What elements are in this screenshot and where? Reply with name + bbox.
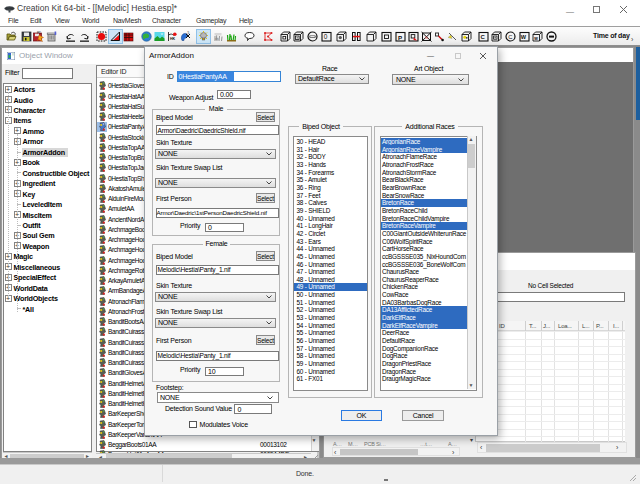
svg-text:C: C bbox=[481, 34, 486, 40]
svg-text:dn: dn bbox=[215, 37, 219, 41]
svg-text:0: 0 bbox=[324, 33, 328, 40]
svg-text:HK: HK bbox=[170, 37, 175, 41]
svg-text:w: w bbox=[533, 36, 538, 41]
svg-text:P: P bbox=[398, 34, 402, 41]
svg-text:W: W bbox=[521, 34, 527, 40]
svg-text:C: C bbox=[508, 34, 512, 40]
